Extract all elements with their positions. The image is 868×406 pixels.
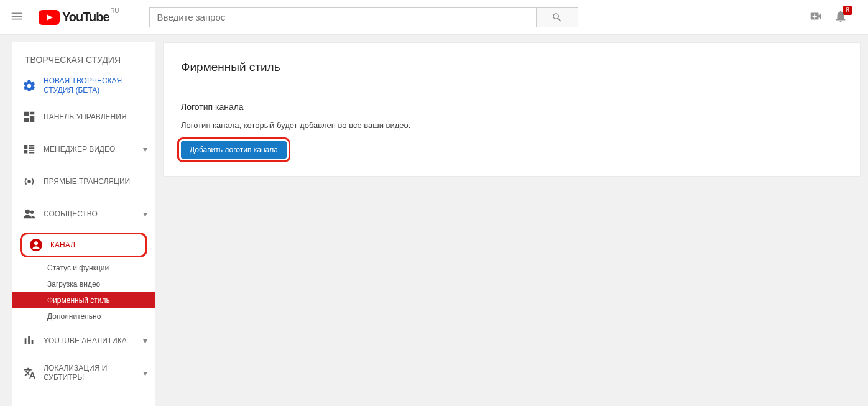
sidebar-item-label: МЕНЕДЖЕР ВИДЕО <box>39 145 143 154</box>
sidebar-item-label: YOUTUBE АНАЛИТИКА <box>39 336 143 346</box>
sidebar-item-live[interactable]: ПРЯМЫЕ ТРАНСЛЯЦИИ <box>12 165 155 198</box>
logo-wordmark: YouTube <box>62 10 109 24</box>
sidebar-item-channel[interactable]: КАНАЛ <box>20 233 147 257</box>
search-icon <box>552 12 563 23</box>
notifications-icon[interactable]: 8 <box>828 9 853 25</box>
search-button[interactable] <box>536 7 578 27</box>
svg-point-5 <box>34 241 38 245</box>
sidebar-item-video-manager[interactable]: МЕНЕДЖЕР ВИДЕО ▾ <box>12 133 155 165</box>
channel-submenu: Статус и функции Загрузка видео Фирменны… <box>12 260 155 325</box>
logo-country: RU <box>110 7 119 14</box>
branding-card: Фирменный стиль Логотип канала Логотип к… <box>163 42 861 177</box>
svg-point-1 <box>27 180 31 183</box>
gear-icon <box>20 79 39 93</box>
translate-icon <box>20 366 39 380</box>
notification-count-badge: 8 <box>843 6 852 15</box>
youtube-logo[interactable]: YouTube RU <box>39 10 109 25</box>
card-header: Фирменный стиль <box>164 43 860 88</box>
svg-point-3 <box>30 211 34 215</box>
chevron-down-icon: ▾ <box>143 144 147 154</box>
section-description: Логотип канала, который будет добавлен в… <box>181 121 843 130</box>
sidebar-item-localization[interactable]: ЛОКАЛИЗАЦИЯ И СУБТИТРЫ ▾ <box>12 357 155 389</box>
add-channel-logo-button[interactable]: Добавить логотип канала <box>181 141 287 159</box>
chevron-down-icon: ▾ <box>143 336 147 346</box>
sidebar-item-dashboard[interactable]: ПАНЕЛЬ УПРАВЛЕНИЯ <box>12 101 155 133</box>
app-header: YouTube RU 8 <box>0 0 868 35</box>
sidebar-item-label: ПРЯМЫЕ ТРАНСЛЯЦИИ <box>39 177 147 187</box>
subitem-status[interactable]: Статус и функции <box>12 260 155 276</box>
video-list-icon <box>20 142 39 156</box>
sidebar-item-community[interactable]: СООБЩЕСТВО ▾ <box>12 198 155 230</box>
section-heading: Логотип канала <box>181 102 843 112</box>
person-circle-icon <box>27 238 45 252</box>
page-title: Фирменный стиль <box>181 60 843 74</box>
sidebar-item-label: ПАНЕЛЬ УПРАВЛЕНИЯ <box>39 113 147 122</box>
chevron-down-icon: ▾ <box>143 209 147 219</box>
search-input[interactable] <box>149 7 536 27</box>
sidebar-item-label: ЛОКАЛИЗАЦИЯ И СУБТИТРЫ <box>39 364 143 382</box>
svg-point-2 <box>25 210 30 214</box>
dashboard-icon <box>20 110 39 124</box>
search-box <box>149 7 578 27</box>
people-icon <box>20 207 39 221</box>
sidebar-item-studio-beta[interactable]: НОВАЯ ТВОРЧЕСКАЯ СТУДИЯ (БЕТА) <box>12 71 155 101</box>
subitem-branding[interactable]: Фирменный стиль <box>12 292 155 308</box>
live-icon <box>20 175 39 188</box>
subitem-advanced[interactable]: Дополнительно <box>12 308 155 325</box>
main-content: Фирменный стиль Логотип канала Логотип к… <box>155 35 868 406</box>
bar-chart-icon <box>20 334 39 348</box>
sidebar-item-label: СООБЩЕСТВО <box>39 210 143 219</box>
sidebar-item-analytics[interactable]: YOUTUBE АНАЛИТИКА ▾ <box>12 325 155 357</box>
subitem-upload[interactable]: Загрузка видео <box>12 276 155 292</box>
sidebar-item-label: НОВАЯ ТВОРЧЕСКАЯ СТУДИЯ (БЕТА) <box>39 76 147 95</box>
card-body: Логотип канала Логотип канала, который б… <box>164 88 860 176</box>
sidebar-item-label: КАНАЛ <box>45 241 141 250</box>
hamburger-icon[interactable] <box>10 9 24 25</box>
creator-studio-sidebar: ТВОРЧЕСКАЯ СТУДИЯ НОВАЯ ТВОРЧЕСКАЯ СТУДИ… <box>12 42 155 406</box>
camera-upload-icon[interactable] <box>803 9 828 25</box>
sidebar-title: ТВОРЧЕСКАЯ СТУДИЯ <box>12 55 155 71</box>
chevron-down-icon: ▾ <box>143 368 147 378</box>
